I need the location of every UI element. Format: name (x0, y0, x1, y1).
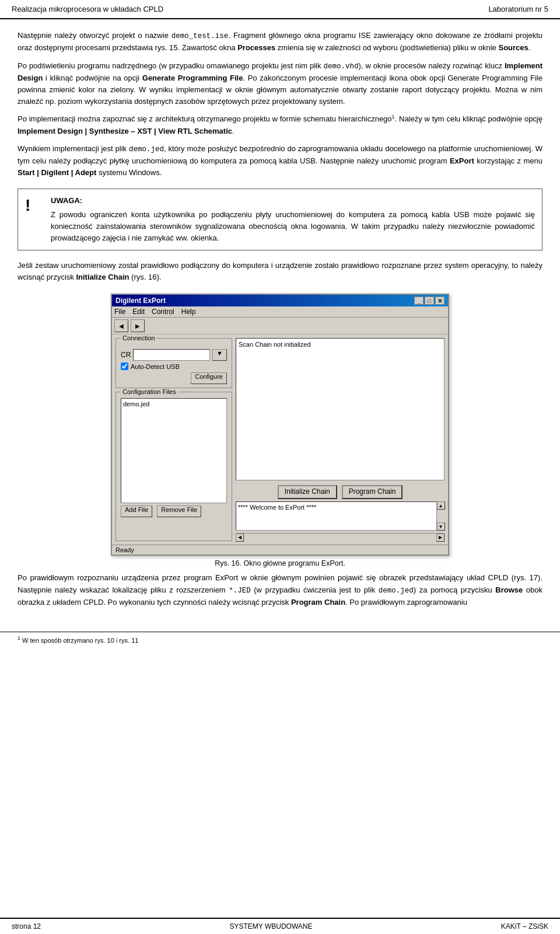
menu-help[interactable]: Help (181, 308, 196, 316)
footer-right: KAKiT – ZSiSK (501, 922, 548, 930)
hscroll-right[interactable]: ▶ (436, 534, 444, 542)
warning-box: ! UWAGA: Z powodu ograniczeń konta użytk… (18, 189, 542, 251)
paragraph-3: Po implementacji można zapoznać się z ar… (18, 113, 542, 137)
hscroll-track (244, 534, 436, 542)
add-file-button[interactable]: Add File (121, 506, 152, 517)
footnote-1: 1 W ten sposób otrzymano rys. 10 i rys. … (18, 635, 542, 645)
footer-center: SYSTEMY WBUDOWANE (229, 922, 312, 930)
auto-detect-checkbox[interactable] (121, 363, 128, 370)
log-container: **** Welcome to ExPort **** ▲ ▼ (236, 501, 444, 531)
statusbar: Ready (112, 545, 448, 555)
connection-legend: Connection (121, 334, 157, 341)
main-content: Następnie należy otworzyć projekt o nazw… (0, 19, 560, 626)
menu-control[interactable]: Control (152, 308, 174, 316)
titlebar-buttons: _ □ ✕ (414, 297, 444, 305)
export-menubar: File Edit Control Help (112, 306, 448, 318)
figure-16: Digilent ExPort _ □ ✕ File Edit Control … (18, 294, 542, 567)
right-panel: Scan Chain not initialized Initialize Ch… (236, 338, 444, 541)
paragraph-4: Wynikiem implementacji jest plik demo.je… (18, 143, 542, 179)
add-remove-row: Add File Remove File (121, 506, 227, 517)
configure-button[interactable]: Configure (191, 372, 227, 384)
action-buttons-row: Initialize Chain Program Chain (236, 485, 444, 499)
page-header: Realizacja mikroprocesora w układach CPL… (0, 0, 560, 19)
paragraph-2: Po podświetleniu programu nadrzędnego (w… (18, 60, 542, 108)
scroll-up-arrow[interactable]: ▲ (437, 501, 445, 510)
close-button[interactable]: ✕ (435, 297, 444, 305)
menu-edit[interactable]: Edit (132, 308, 145, 316)
header-left: Realizacja mikroprocesora w układach CPL… (12, 5, 163, 13)
paragraph-5: Jeśli zestaw uruchomieniowy został prawi… (18, 260, 542, 283)
figure-caption: Rys. 16. Okno główne programu ExPort. (215, 559, 345, 567)
scroll-down-arrow[interactable]: ▼ (437, 522, 445, 531)
page-footer: strona 12 SYSTEMY WBUDOWANE KAKiT – ZSiS… (0, 918, 560, 934)
auto-detect-row: Auto-Detect USB (121, 363, 227, 370)
warning-icon: ! (25, 195, 43, 245)
minimize-button[interactable]: _ (414, 297, 424, 305)
config-files-legend: Configuration Files (121, 388, 178, 395)
maximize-button[interactable]: □ (425, 297, 434, 305)
footnote-number: 1 (18, 635, 20, 641)
initialize-chain-button[interactable]: Initialize Chain (278, 485, 337, 499)
export-body: Connection CR ▼ Auto-Detect USB Conf (112, 334, 448, 545)
footnote-section: 1 W ten sposób otrzymano rys. 10 i rys. … (0, 632, 560, 645)
config-files-group: Configuration Files demo.jed Add File Re… (116, 392, 232, 541)
auto-detect-label: Auto-Detect USB (131, 363, 180, 370)
cr-label: CR (121, 351, 131, 359)
menu-file[interactable]: File (114, 308, 125, 316)
hscrollbar: ◀ ▶ (236, 533, 444, 541)
paragraph-1: Następnie należy otworzyć projekt o nazw… (18, 30, 542, 54)
left-panel: Connection CR ▼ Auto-Detect USB Conf (116, 338, 232, 541)
toolbar-btn-1[interactable]: ◀ (114, 319, 128, 332)
export-titlebar: Digilent ExPort _ □ ✕ (112, 295, 448, 306)
warning-content: UWAGA: Z powodu ograniczeń konta użytkow… (51, 195, 535, 245)
header-right: Laboratorium nr 5 (488, 5, 548, 13)
export-toolbar: ◀ ▶ (112, 318, 448, 334)
scan-chain-text: Scan Chain not initialized (239, 341, 311, 348)
cr-input[interactable] (133, 349, 210, 361)
footer-left: strona 12 (12, 922, 41, 930)
warning-text: Z powodu ograniczeń konta użytkownika po… (51, 210, 535, 242)
log-area: **** Welcome to ExPort **** (236, 501, 444, 531)
warning-title: UWAGA: (51, 195, 535, 207)
config-file-item: demo.jed (123, 400, 225, 407)
remove-file-button[interactable]: Remove File (157, 506, 201, 517)
log-scrollbar[interactable]: ▲ ▼ (436, 501, 444, 531)
export-title: Digilent ExPort (116, 297, 166, 305)
config-files-list: demo.jed (121, 398, 227, 503)
hscroll-left[interactable]: ◀ (236, 534, 244, 542)
status-text: Ready (116, 546, 134, 553)
export-window: Digilent ExPort _ □ ✕ File Edit Control … (111, 294, 449, 556)
cr-dropdown[interactable]: ▼ (212, 349, 227, 361)
program-chain-button[interactable]: Program Chain (342, 485, 403, 499)
connection-group: Connection CR ▼ Auto-Detect USB Conf (116, 338, 232, 388)
scan-chain-area: Scan Chain not initialized (236, 338, 444, 480)
cr-row: CR ▼ (121, 349, 227, 361)
toolbar-btn-2[interactable]: ▶ (131, 319, 145, 332)
log-text: **** Welcome to ExPort **** (238, 504, 316, 511)
paragraph-6: Po prawidłowym rozpoznaniu urządzenia pr… (18, 572, 542, 608)
